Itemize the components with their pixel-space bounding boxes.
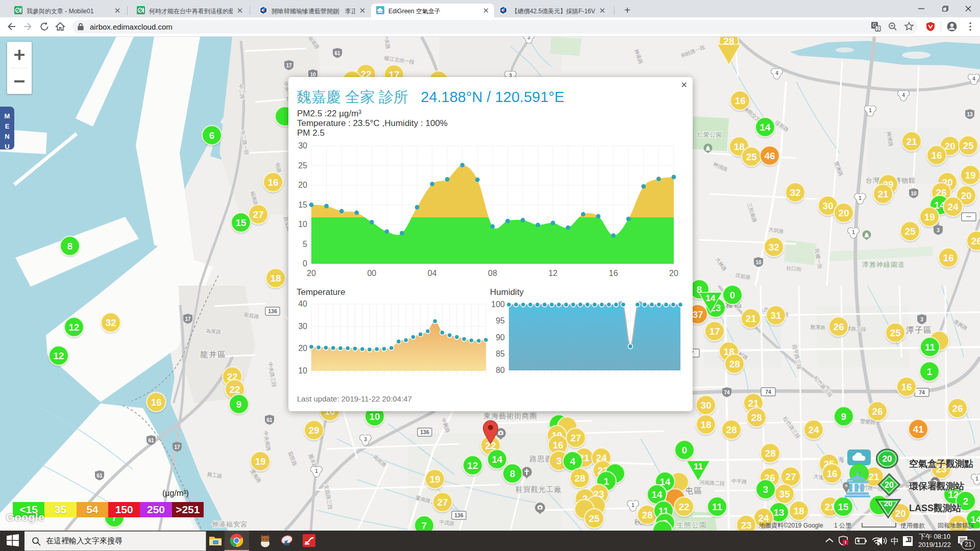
- svg-text:136: 136: [454, 512, 463, 518]
- svg-text:136: 136: [268, 308, 277, 314]
- svg-text:茄投路: 茄投路: [287, 450, 298, 467]
- svg-text:46: 46: [764, 151, 775, 161]
- svg-text:27: 27: [785, 471, 796, 482]
- svg-text:昌平路三段: 昌平路三段: [792, 344, 802, 370]
- svg-text:中央路三段: 中央路三段: [267, 362, 278, 388]
- svg-text:9: 9: [236, 399, 242, 410]
- svg-text:19: 19: [965, 170, 975, 181]
- svg-text:大圳路: 大圳路: [768, 227, 784, 235]
- svg-text:22: 22: [678, 502, 689, 512]
- svg-text:20: 20: [961, 190, 971, 201]
- svg-text:21: 21: [877, 189, 889, 199]
- svg-text:潭子區: 潭子區: [906, 325, 933, 334]
- svg-text:20: 20: [895, 508, 905, 519]
- svg-text:16: 16: [931, 150, 942, 161]
- svg-text:18: 18: [793, 506, 804, 516]
- svg-text:26: 26: [952, 403, 963, 414]
- svg-text:4: 4: [902, 92, 905, 98]
- svg-text:3: 3: [364, 437, 367, 442]
- svg-text:Humidity: Humidity: [490, 287, 524, 297]
- svg-text:中央南路: 中央南路: [263, 431, 272, 452]
- svg-text:21: 21: [868, 471, 879, 482]
- svg-text:29: 29: [308, 425, 319, 436]
- svg-text:95: 95: [496, 316, 505, 325]
- svg-text:16: 16: [552, 440, 563, 450]
- svg-text:10: 10: [911, 191, 917, 196]
- svg-text:0: 0: [682, 445, 688, 456]
- svg-text:25: 25: [890, 328, 901, 338]
- svg-text:24: 24: [947, 202, 959, 212]
- svg-text:6: 6: [209, 130, 215, 141]
- svg-text:100: 100: [491, 300, 505, 309]
- svg-text:22: 22: [229, 384, 240, 395]
- svg-text:14: 14: [651, 489, 663, 500]
- svg-text:90: 90: [496, 333, 505, 342]
- svg-text:18: 18: [270, 273, 281, 284]
- svg-text:4: 4: [972, 76, 975, 82]
- svg-text:社口街: 社口街: [786, 265, 802, 272]
- svg-text:21: 21: [748, 398, 759, 409]
- svg-text:中平路: 中平路: [731, 478, 747, 485]
- svg-text:13: 13: [967, 112, 973, 117]
- svg-text:15: 15: [235, 217, 247, 228]
- svg-text:11: 11: [925, 342, 936, 353]
- svg-text:41: 41: [913, 424, 924, 435]
- svg-text:28: 28: [751, 412, 762, 423]
- svg-text:14: 14: [760, 122, 771, 133]
- svg-text:伸港福安宮: 伸港福安宮: [212, 520, 248, 528]
- svg-text:10: 10: [369, 411, 380, 422]
- svg-text:27: 27: [437, 497, 448, 508]
- svg-text:20: 20: [885, 481, 894, 489]
- svg-text:1: 1: [927, 366, 933, 377]
- svg-text:25: 25: [746, 152, 757, 162]
- svg-text:松竹路三段: 松竹路三段: [782, 415, 801, 439]
- svg-text:20: 20: [884, 499, 893, 508]
- svg-text:雅潭路: 雅潭路: [810, 324, 826, 331]
- svg-text:16: 16: [151, 397, 161, 408]
- svg-text:23: 23: [741, 520, 751, 531]
- svg-text:32: 32: [790, 187, 800, 198]
- svg-text:28: 28: [726, 424, 737, 435]
- svg-text:8: 8: [510, 468, 516, 479]
- svg-text:17: 17: [286, 63, 292, 68]
- svg-text:和睦路一段: 和睦路一段: [680, 44, 705, 59]
- svg-text:龍井區: 龍井區: [201, 350, 227, 359]
- svg-text:16: 16: [826, 468, 837, 479]
- svg-text:32: 32: [105, 317, 116, 328]
- svg-text:80: 80: [496, 366, 505, 374]
- svg-text:民權一街: 民權一街: [814, 248, 823, 269]
- svg-text:3: 3: [763, 484, 769, 495]
- svg-text:20: 20: [298, 181, 307, 189]
- svg-text:21: 21: [906, 136, 917, 147]
- svg-text:10: 10: [310, 72, 316, 78]
- svg-text:74: 74: [765, 389, 771, 395]
- svg-text:20: 20: [669, 269, 678, 278]
- svg-text:神清路: 神清路: [713, 161, 729, 173]
- svg-text:松竹路二段: 松竹路二段: [813, 375, 834, 398]
- svg-text:生態公園: 生態公園: [676, 521, 707, 529]
- svg-text:74: 74: [724, 390, 730, 395]
- svg-text:中央路: 中央路: [383, 37, 391, 49]
- svg-text:30: 30: [822, 201, 833, 211]
- svg-text:19: 19: [255, 456, 265, 467]
- svg-text:1: 1: [869, 108, 872, 113]
- svg-text:5: 5: [303, 240, 307, 248]
- svg-text:16: 16: [943, 253, 953, 263]
- svg-text:61: 61: [96, 473, 103, 479]
- svg-text:26: 26: [971, 236, 980, 246]
- svg-text:28: 28: [765, 448, 775, 459]
- svg-text:20: 20: [838, 208, 849, 218]
- svg-text:136: 136: [420, 429, 429, 435]
- svg-text:三民南路: 三民南路: [746, 202, 758, 223]
- svg-text:26: 26: [872, 406, 883, 417]
- svg-text:8: 8: [67, 241, 73, 252]
- svg-text:28: 28: [642, 510, 652, 520]
- svg-text:10: 10: [755, 260, 762, 265]
- svg-text:17: 17: [709, 326, 720, 337]
- svg-text:28: 28: [729, 359, 740, 369]
- svg-text:16: 16: [734, 95, 745, 106]
- svg-text:27: 27: [253, 209, 263, 220]
- svg-text:25: 25: [904, 226, 916, 237]
- svg-text:12: 12: [53, 350, 64, 361]
- svg-text:4: 4: [570, 456, 576, 467]
